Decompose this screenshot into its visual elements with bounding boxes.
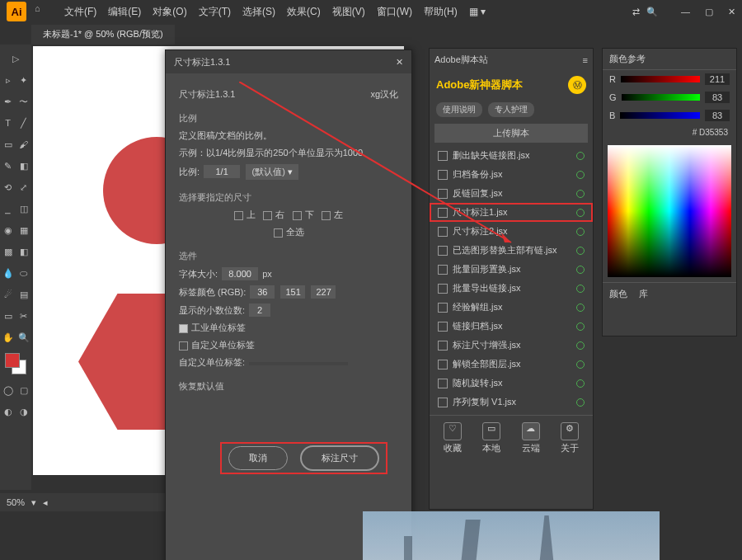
color-b-input[interactable]: 227 bbox=[311, 285, 336, 299]
mode-icon-b[interactable]: ◑ bbox=[16, 401, 31, 422]
magic-wand-tool[interactable]: ✦ bbox=[16, 69, 31, 91]
script-item[interactable]: 尺寸标注1.jsx bbox=[430, 203, 593, 222]
width-tool[interactable]: ⎯ bbox=[0, 198, 16, 219]
g-slider[interactable] bbox=[622, 94, 700, 101]
color-g-input[interactable]: 151 bbox=[280, 285, 305, 299]
eraser-tool[interactable]: ◧ bbox=[16, 155, 31, 176]
rect-tool[interactable]: ▭ bbox=[0, 134, 16, 155]
mesh-tool[interactable]: ▩ bbox=[0, 241, 16, 262]
draw-mode-icon[interactable]: ◯ bbox=[0, 379, 16, 401]
menu-help[interactable]: 帮助(H) bbox=[419, 2, 463, 22]
close-icon[interactable]: ✕ bbox=[728, 7, 735, 17]
rotate-tool[interactable]: ⟲ bbox=[0, 176, 16, 198]
menu-object[interactable]: 对象(O) bbox=[148, 2, 191, 22]
chk-custom-unit[interactable] bbox=[179, 341, 188, 351]
download-icon[interactable] bbox=[576, 398, 585, 407]
menu-select[interactable]: 选择(S) bbox=[237, 2, 280, 22]
pill-support[interactable]: 专人护理 bbox=[488, 102, 534, 117]
chk-bottom[interactable] bbox=[293, 211, 302, 220]
shape-builder-tool[interactable]: ◉ bbox=[0, 219, 16, 241]
pill-guide[interactable]: 使用说明 bbox=[436, 102, 482, 117]
gradient-tool[interactable]: ◧ bbox=[16, 241, 31, 262]
script-category[interactable]: 上传脚本 bbox=[434, 124, 588, 143]
dialog-close-icon[interactable]: ✕ bbox=[396, 57, 403, 68]
mode-icon-a[interactable]: ◐ bbox=[0, 401, 16, 422]
script-item[interactable]: 随机旋转.jsx bbox=[430, 374, 593, 393]
pen-tool[interactable]: ✒ bbox=[0, 91, 16, 112]
download-icon[interactable] bbox=[576, 360, 585, 369]
r-value[interactable]: 211 bbox=[705, 73, 730, 85]
menu-arrange-icon[interactable]: ▦ ▾ bbox=[464, 2, 491, 21]
chk-top[interactable] bbox=[234, 211, 243, 220]
screen-mode-icon[interactable]: ▢ bbox=[16, 379, 31, 401]
chk-right[interactable] bbox=[263, 211, 272, 220]
cancel-button[interactable]: 取消 bbox=[228, 446, 288, 470]
hex-value[interactable]: # D35353 bbox=[603, 125, 736, 140]
script-item[interactable]: 批量导出链接.jsx bbox=[430, 279, 593, 298]
hand-tool[interactable]: ✋ bbox=[0, 327, 16, 348]
script-item[interactable]: 尺寸标注2.jsx bbox=[430, 222, 593, 241]
brush-tool[interactable]: 🖌 bbox=[16, 134, 31, 155]
perspective-tool[interactable]: ▦ bbox=[16, 219, 31, 241]
g-value[interactable]: 83 bbox=[705, 92, 730, 103]
download-icon[interactable] bbox=[576, 247, 585, 255]
selection-tool[interactable]: ▷ bbox=[0, 48, 31, 69]
script-item[interactable]: 标注尺寸增强.jsx bbox=[430, 336, 593, 355]
download-icon[interactable] bbox=[576, 152, 585, 160]
tab-about[interactable]: ⚙关于 bbox=[561, 422, 579, 454]
eyedropper-tool[interactable]: 💧 bbox=[0, 262, 16, 284]
color-swatch[interactable] bbox=[5, 353, 26, 374]
b-value[interactable]: 83 bbox=[705, 110, 730, 121]
download-icon[interactable] bbox=[576, 322, 585, 331]
b-slider[interactable] bbox=[620, 112, 700, 119]
ratio-input[interactable]: 1/1 bbox=[204, 165, 240, 178]
font-size-input[interactable]: 8.000 bbox=[222, 267, 258, 280]
script-item[interactable]: 批量回形置换.jsx bbox=[430, 260, 593, 279]
script-item[interactable]: 已选图形替换主部有链.jsx bbox=[430, 241, 593, 260]
menu-type[interactable]: 文字(T) bbox=[194, 2, 236, 22]
color-spectrum[interactable] bbox=[608, 145, 731, 277]
menu-effect[interactable]: 效果(C) bbox=[282, 2, 326, 22]
download-icon[interactable] bbox=[576, 228, 585, 236]
download-icon[interactable] bbox=[576, 209, 585, 217]
chk-all[interactable] bbox=[274, 228, 283, 238]
document-tab[interactable]: 未标题-1* @ 50% (RGB/预览) bbox=[31, 25, 175, 45]
curvature-tool[interactable]: 〜 bbox=[16, 91, 31, 112]
menu-edit[interactable]: 编辑(E) bbox=[103, 2, 146, 22]
menu-file[interactable]: 文件(F) bbox=[59, 2, 101, 22]
r-slider[interactable] bbox=[621, 76, 700, 82]
ok-button[interactable]: 标注尺寸 bbox=[300, 445, 379, 471]
home-icon[interactable]: ⌂ bbox=[35, 3, 51, 20]
script-item[interactable]: 删出缺失链接图.jsx bbox=[430, 146, 593, 165]
download-icon[interactable] bbox=[576, 379, 585, 388]
download-icon[interactable] bbox=[576, 266, 585, 274]
panel-menu-icon[interactable]: ≡ bbox=[583, 55, 588, 65]
script-item[interactable]: 链接归档.jsx bbox=[430, 317, 593, 336]
zoom-tool[interactable]: 🔍 bbox=[16, 327, 31, 348]
direct-select-tool[interactable]: ▹ bbox=[0, 69, 16, 91]
nav-prev-icon[interactable]: ◂ bbox=[43, 497, 48, 508]
artboard-tool[interactable]: ▭ bbox=[0, 305, 16, 327]
swatch-tab-library[interactable]: 库 bbox=[639, 288, 648, 300]
script-item[interactable]: 序列复制 V1.jsx bbox=[430, 393, 593, 410]
chk-industrial[interactable] bbox=[179, 324, 188, 333]
custom-unit-input[interactable] bbox=[249, 362, 348, 365]
chk-left[interactable] bbox=[322, 211, 331, 220]
download-icon[interactable] bbox=[576, 171, 585, 179]
color-r-input[interactable]: 36 bbox=[250, 285, 275, 299]
blend-tool[interactable]: ⬭ bbox=[16, 262, 31, 284]
download-icon[interactable] bbox=[576, 285, 585, 293]
scale-tool[interactable]: ⤢ bbox=[16, 176, 31, 198]
graph-tool[interactable]: ▤ bbox=[16, 284, 31, 305]
tab-favorite[interactable]: ♡收藏 bbox=[444, 422, 462, 454]
menu-view[interactable]: 视图(V) bbox=[327, 2, 370, 22]
symbol-tool[interactable]: ☄ bbox=[0, 284, 16, 305]
tab-cloud[interactable]: ☁云端 bbox=[522, 422, 540, 454]
zoom-value[interactable]: 50% bbox=[7, 497, 25, 507]
decimals-input[interactable]: 2 bbox=[249, 304, 270, 317]
type-tool[interactable]: T bbox=[0, 112, 16, 134]
ratio-default-select[interactable]: (默认值) ▾ bbox=[246, 164, 298, 180]
script-item[interactable]: 归档备份.jsx bbox=[430, 165, 593, 184]
minimize-icon[interactable]: — bbox=[681, 7, 690, 17]
download-icon[interactable] bbox=[576, 190, 585, 198]
